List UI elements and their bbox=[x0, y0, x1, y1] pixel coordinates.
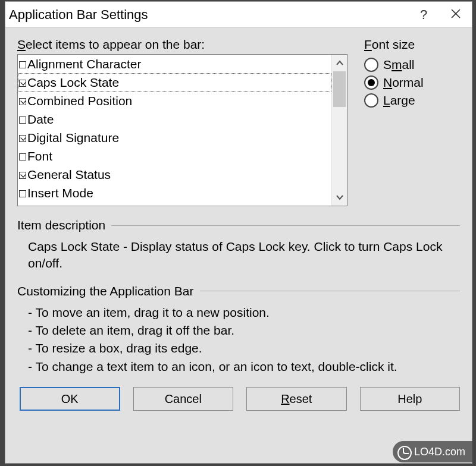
listbox-scrollbar[interactable] bbox=[331, 55, 347, 206]
customizing-bullets: - To move an item, drag it to a new posi… bbox=[17, 304, 460, 375]
list-item[interactable]: Digital Signature bbox=[18, 128, 331, 147]
dialog-application-bar-settings: Application Bar Settings ? Select items … bbox=[5, 1, 472, 464]
font-size-option-large[interactable]: Large bbox=[364, 93, 460, 108]
checkbox-icon[interactable] bbox=[19, 80, 26, 87]
select-items-label: Select items to appear on the bar: bbox=[17, 37, 347, 52]
list-item-label: Date bbox=[27, 110, 54, 128]
scroll-up-button[interactable] bbox=[332, 55, 347, 71]
customizing-section: Customizing the Application Bar - To mov… bbox=[17, 284, 460, 375]
divider bbox=[111, 225, 460, 226]
scroll-down-button[interactable] bbox=[332, 189, 347, 206]
watermark: LO4D.com bbox=[393, 441, 472, 462]
chevron-up-icon bbox=[336, 56, 344, 70]
bullet-line: - To change a text item to an icon, or a… bbox=[28, 358, 460, 375]
item-description-text: Caps Lock State - Display status of Caps… bbox=[17, 238, 460, 272]
radio-label: Normal bbox=[383, 75, 424, 90]
divider bbox=[200, 291, 461, 291]
radio-icon[interactable] bbox=[364, 58, 378, 72]
customizing-header: Customizing the Application Bar bbox=[17, 284, 460, 298]
ok-button[interactable]: OK bbox=[20, 387, 120, 411]
font-size-group: Font size SmallNormalLarge bbox=[364, 37, 460, 206]
font-size-option-small[interactable]: Small bbox=[364, 58, 460, 72]
checkbox-icon[interactable] bbox=[19, 172, 26, 179]
font-size-option-normal[interactable]: Normal bbox=[364, 75, 460, 90]
item-description-header: Item description bbox=[17, 218, 460, 232]
checkbox-icon[interactable] bbox=[19, 153, 26, 160]
font-size-label: Font size bbox=[364, 37, 460, 52]
list-item[interactable]: Font bbox=[18, 147, 331, 165]
checkbox-icon[interactable] bbox=[19, 135, 26, 142]
listbox-inner: Alignment CharacterCaps Lock StateCombin… bbox=[18, 55, 331, 206]
window-title: Application Bar Settings bbox=[9, 7, 408, 23]
bullet-line: - To move an item, drag it to a new posi… bbox=[28, 304, 460, 321]
reset-button[interactable]: Reset bbox=[246, 387, 347, 411]
items-listbox[interactable]: Alignment CharacterCaps Lock StateCombin… bbox=[17, 54, 347, 206]
help-dialog-button[interactable]: Help bbox=[360, 387, 461, 411]
titlebar: Application Bar Settings ? bbox=[5, 2, 472, 28]
list-item-label: Caps Lock State bbox=[27, 73, 119, 92]
radio-label: Large bbox=[383, 93, 415, 108]
question-icon: ? bbox=[420, 7, 427, 23]
close-button[interactable] bbox=[440, 2, 472, 28]
list-item-label: Alignment Character bbox=[27, 55, 141, 73]
items-area: Select items to appear on the bar: Align… bbox=[17, 37, 347, 206]
cancel-button[interactable]: Cancel bbox=[133, 387, 234, 411]
checkbox-icon[interactable] bbox=[19, 190, 26, 197]
chevron-down-icon bbox=[336, 191, 344, 204]
dialog-content: Select items to appear on the bar: Align… bbox=[5, 28, 472, 418]
bullet-line: - To resize a box, drag its edge. bbox=[28, 340, 460, 357]
radio-icon[interactable] bbox=[364, 93, 378, 108]
scroll-track[interactable] bbox=[332, 71, 347, 189]
list-item-label: Digital Signature bbox=[27, 128, 119, 147]
radio-icon[interactable] bbox=[364, 75, 378, 90]
help-button[interactable]: ? bbox=[408, 2, 440, 28]
item-description-section: Item description Caps Lock State - Displ… bbox=[17, 218, 460, 272]
button-row: OK Cancel Reset Help bbox=[17, 387, 460, 411]
list-item[interactable]: Date bbox=[18, 110, 331, 128]
list-item-label: General Status bbox=[27, 165, 111, 184]
list-item[interactable]: Caps Lock State bbox=[18, 73, 331, 92]
close-icon bbox=[450, 7, 461, 23]
list-item-label: Insert Mode bbox=[27, 184, 93, 202]
list-item[interactable]: General Status bbox=[18, 165, 331, 184]
list-item-label: Font bbox=[27, 147, 52, 165]
list-item[interactable]: Alignment Character bbox=[18, 55, 331, 73]
radio-label: Small bbox=[383, 58, 415, 72]
checkbox-icon[interactable] bbox=[19, 116, 26, 124]
checkbox-icon[interactable] bbox=[19, 61, 26, 68]
checkbox-icon[interactable] bbox=[19, 98, 26, 105]
list-item[interactable]: Insert Mode bbox=[18, 184, 331, 202]
scroll-thumb[interactable] bbox=[333, 71, 346, 107]
list-item[interactable]: Combined Position bbox=[18, 92, 331, 110]
list-item-label: Combined Position bbox=[27, 92, 132, 110]
bullet-line: - To delete an item, drag it off the bar… bbox=[28, 322, 460, 339]
